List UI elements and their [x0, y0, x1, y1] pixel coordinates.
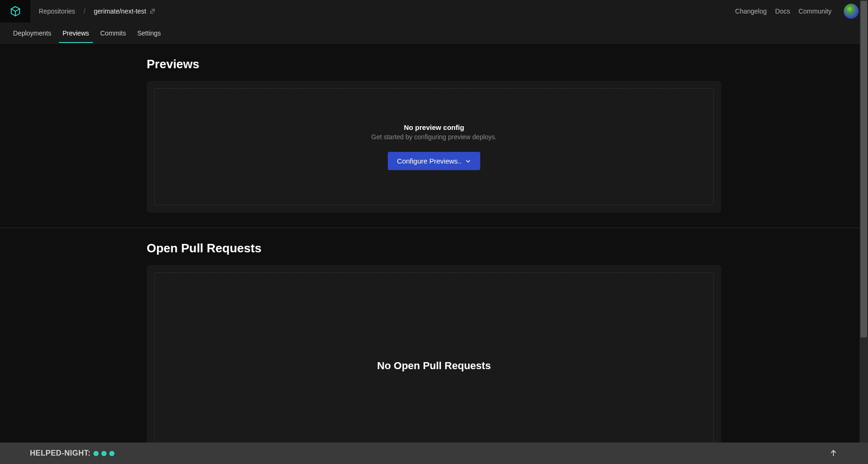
nav-docs[interactable]: Docs	[775, 7, 790, 15]
footer-bar: HELPED-NIGHT:	[0, 443, 868, 464]
status-dot-icon	[109, 451, 114, 456]
previews-empty-subtitle: Get started by configuring preview deplo…	[371, 133, 497, 141]
user-avatar[interactable]	[844, 4, 859, 19]
nav-community[interactable]: Community	[798, 7, 832, 15]
nav-changelog[interactable]: Changelog	[735, 7, 767, 15]
footer-label: HELPED-NIGHT:	[30, 449, 91, 457]
breadcrumb-root[interactable]: Repositories	[39, 7, 75, 15]
pull-requests-section: Open Pull Requests No Open Pull Requests	[147, 228, 721, 443]
previews-card: No preview config Get started by configu…	[147, 81, 721, 213]
breadcrumb: Repositories / gerimate/next-test	[39, 7, 156, 15]
tab-settings[interactable]: Settings	[137, 23, 161, 43]
top-bar: Repositories / gerimate/next-test Change…	[0, 0, 868, 22]
scroll-to-top-button[interactable]	[829, 449, 838, 458]
pull-requests-card: No Open Pull Requests	[147, 265, 721, 443]
tab-deployments[interactable]: Deployments	[13, 23, 51, 43]
configure-previews-label: Configure Previews..	[397, 157, 462, 165]
hexagon-logo-icon	[10, 6, 21, 17]
status-dot-icon	[93, 451, 99, 456]
previews-empty-state: No preview config Get started by configu…	[154, 88, 714, 205]
chevron-down-icon	[465, 158, 471, 164]
previews-section: Previews No preview config Get started b…	[147, 44, 721, 213]
footer-left: HELPED-NIGHT:	[30, 449, 114, 457]
pull-requests-empty-state: No Open Pull Requests	[154, 272, 714, 443]
top-bar-left: Repositories / gerimate/next-test	[0, 0, 156, 22]
main-content: Previews No preview config Get started b…	[0, 44, 868, 443]
previews-empty-title: No preview config	[404, 123, 464, 131]
scrollbar-thumb[interactable]	[861, 1, 867, 337]
top-bar-right: Changelog Docs Community	[735, 4, 859, 19]
previews-title: Previews	[147, 57, 721, 71]
breadcrumb-current-label: gerimate/next-test	[94, 7, 146, 15]
external-link-icon	[149, 8, 156, 14]
pull-requests-title: Open Pull Requests	[147, 241, 721, 256]
breadcrumb-separator: /	[84, 7, 85, 15]
status-dot-icon	[101, 451, 107, 456]
breadcrumb-current[interactable]: gerimate/next-test	[94, 7, 156, 15]
pull-requests-empty-title: No Open Pull Requests	[377, 360, 491, 372]
vertical-scrollbar[interactable]	[860, 0, 868, 443]
tabs: Deployments Previews Commits Settings	[0, 22, 868, 44]
tab-previews[interactable]: Previews	[63, 23, 89, 43]
logo[interactable]	[0, 0, 30, 22]
tab-commits[interactable]: Commits	[100, 23, 126, 43]
configure-previews-button[interactable]: Configure Previews..	[388, 152, 480, 170]
